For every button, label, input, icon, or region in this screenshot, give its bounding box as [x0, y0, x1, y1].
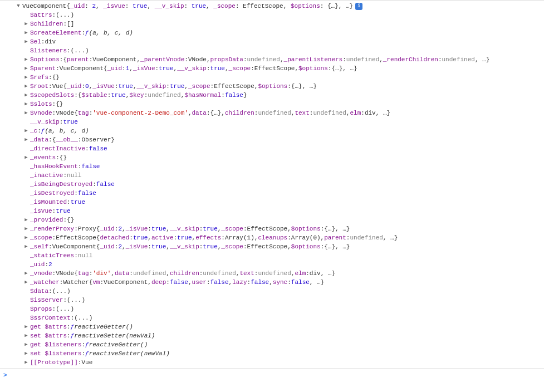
object-header-line[interactable]: ▼VueComponent {_uid: 2, _isVue: true, __… — [16, 2, 544, 11]
property-row[interactable]: ▶$vnode: VNode {tag: 'vue-component-2-De… — [16, 109, 544, 117]
property-value: (...) — [56, 305, 74, 313]
property-row[interactable]: ▶set $attrs: ƒ reactiveSetter(newVal) — [16, 331, 544, 340]
property-row[interactable]: ▶$options: {parent: VueComponent, _paren… — [16, 55, 544, 64]
property-key: _uid — [30, 260, 45, 269]
expand-arrow-icon[interactable]: ▶ — [23, 340, 29, 349]
property-row[interactable]: ▶$slots: {} — [16, 100, 544, 109]
expand-arrow-icon[interactable]: ▶ — [23, 100, 29, 109]
property-row[interactable]: ▶_scope: EffectScope {detached: true, ac… — [16, 233, 544, 242]
property-row[interactable]: ▶$parent: VueComponent {_uid: 1, _isVue:… — [16, 64, 544, 73]
property-row[interactable]: ▶_renderProxy: Proxy {_uid: 2, _isVue: t… — [16, 224, 544, 233]
property-row[interactable]: __v_skip: true — [16, 117, 544, 126]
property-value: Watcher — [63, 278, 89, 287]
expand-arrow-icon[interactable]: ▶ — [23, 73, 29, 82]
property-value: ƒ — [85, 28, 89, 37]
constructor-name: VueComponent — [22, 2, 66, 11]
property-key: _hasHookEvent — [30, 162, 78, 171]
expand-arrow-icon[interactable]: ▶ — [23, 331, 29, 340]
property-value: true — [63, 117, 77, 126]
property-key: $refs — [30, 73, 48, 82]
property-row[interactable]: ▶_c: ƒ (a, b, c, d) — [16, 126, 544, 135]
expand-arrow-icon[interactable]: ▶ — [23, 153, 29, 162]
property-row[interactable]: ▶get $attrs: ƒ reactiveGetter() — [16, 322, 544, 331]
property-row[interactable]: $attrs: (...) — [16, 11, 544, 19]
expand-arrow-icon[interactable]: ▶ — [23, 55, 29, 64]
expand-arrow-icon[interactable]: ▶ — [23, 278, 29, 287]
expand-arrow-icon[interactable]: ▶ — [23, 91, 29, 100]
expand-arrow-down-icon[interactable]: ▼ — [16, 2, 21, 11]
property-row[interactable]: ▶$refs: {} — [16, 73, 544, 82]
property-value: {} — [67, 215, 74, 224]
expand-arrow-icon[interactable]: ▶ — [23, 109, 29, 117]
expand-arrow-icon[interactable]: ▶ — [23, 82, 29, 91]
property-value: reactiveSetter(newVal) — [89, 349, 170, 358]
expand-arrow-icon[interactable]: ▶ — [23, 126, 29, 135]
property-row[interactable]: ▶_provided: {} — [16, 215, 544, 224]
property-key: _renderProxy — [30, 224, 74, 233]
property-row[interactable]: ▶_data: {__ob__: Observer} — [16, 135, 544, 144]
expand-arrow-icon[interactable]: ▶ — [23, 19, 29, 28]
property-row[interactable]: $data: (...) — [16, 287, 544, 296]
property-key: _vnode — [30, 269, 52, 278]
property-row[interactable]: ▶$children: [] — [16, 19, 544, 28]
property-row[interactable]: ▶$createElement: ƒ (a, b, c, d) — [16, 28, 544, 37]
expand-arrow-icon[interactable]: ▶ — [23, 135, 29, 144]
property-value: VNode — [56, 109, 74, 117]
property-key: get $listeners — [30, 340, 81, 349]
property-row[interactable]: $isServer: (...) — [16, 296, 544, 305]
expand-arrow-icon[interactable]: ▶ — [23, 37, 29, 46]
property-key: $isServer — [30, 296, 63, 305]
property-value: (a, b, c, d) — [45, 126, 89, 135]
property-row[interactable]: ▶_vnode: VNode {tag: 'div', data: undefi… — [16, 269, 544, 278]
expand-arrow-icon[interactable]: ▶ — [23, 224, 29, 233]
property-value: (...) — [71, 46, 89, 55]
property-key: $scopedSlots — [30, 91, 74, 100]
expand-arrow-icon[interactable]: ▶ — [23, 322, 29, 331]
expand-arrow-icon[interactable]: ▶ — [23, 269, 29, 278]
property-row[interactable]: $listeners: (...) — [16, 46, 544, 55]
expand-arrow-icon[interactable]: ▶ — [23, 233, 29, 242]
property-value: Vue — [81, 358, 92, 367]
console-prompt-line[interactable]: > — [0, 368, 544, 382]
property-row[interactable]: _staticTrees: null — [16, 251, 544, 260]
property-row[interactable]: _isBeingDestroyed: false — [16, 180, 544, 189]
expand-arrow-icon[interactable]: ▶ — [23, 242, 29, 251]
expand-arrow-icon[interactable]: ▶ — [23, 349, 29, 358]
expand-arrow-icon[interactable]: ▶ — [23, 28, 29, 37]
property-row[interactable]: _inactive: null — [16, 171, 544, 180]
property-key: $ssrContext — [30, 313, 71, 322]
property-key: _data — [30, 135, 48, 144]
property-row[interactable]: _uid: 2 — [16, 260, 544, 269]
property-value: ƒ — [85, 349, 89, 358]
property-row[interactable]: ▶get $listeners: ƒ reactiveGetter() — [16, 340, 544, 349]
property-row[interactable]: _isDestroyed: false — [16, 189, 544, 198]
property-value: false — [96, 180, 115, 189]
property-row[interactable]: ▶[[Prototype]]: Vue — [16, 358, 544, 367]
property-key: _staticTrees — [30, 251, 74, 260]
property-row[interactable]: ▶set $listeners: ƒ reactiveSetter(newVal… — [16, 349, 544, 358]
property-row[interactable]: ▶$root: Vue {_uid: 0, _isVue: true, __v_… — [16, 82, 544, 91]
info-badge-icon[interactable]: i — [355, 3, 362, 10]
expand-arrow-icon[interactable]: ▶ — [23, 64, 29, 73]
property-value: Proxy — [78, 224, 96, 233]
expand-arrow-icon[interactable]: ▶ — [23, 215, 29, 224]
property-row[interactable]: _isMounted: true — [16, 198, 544, 207]
expand-arrow-icon[interactable]: ▶ — [23, 358, 29, 367]
property-row[interactable]: $props: (...) — [16, 305, 544, 313]
property-row[interactable]: ▶$el: div — [16, 37, 544, 46]
property-key: get $attrs — [30, 322, 67, 331]
property-row[interactable]: _hasHookEvent: false — [16, 162, 544, 171]
property-key: $attrs — [30, 11, 52, 19]
property-value: null — [78, 251, 92, 260]
property-row[interactable]: $ssrContext: (...) — [16, 313, 544, 322]
property-row[interactable]: _directInactive: false — [16, 144, 544, 153]
property-row[interactable]: ▶_watcher: Watcher {vm: VueComponent, de… — [16, 278, 544, 287]
property-row[interactable]: ▶_events: {} — [16, 153, 544, 162]
property-row[interactable]: ▶$scopedSlots: {$stable: true, $key: und… — [16, 91, 544, 100]
property-value: reactiveGetter() — [89, 340, 148, 349]
property-value: ƒ — [41, 126, 45, 135]
property-row[interactable]: _isVue: true — [16, 207, 544, 215]
property-row[interactable]: ▶_self: VueComponent {_uid: 2, _isVue: t… — [16, 242, 544, 251]
property-key: $props — [30, 305, 52, 313]
object-tree: ▼VueComponent {_uid: 2, _isVue: true, __… — [2, 2, 544, 367]
